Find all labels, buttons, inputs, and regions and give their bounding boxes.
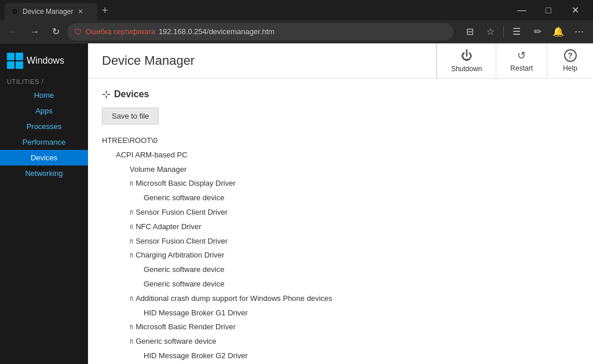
toolbar-icons: ⊟ ☆ ☰ ✏ 🔔 ⋯ [460,23,588,41]
page-title: Device Manager [88,44,436,78]
reading-view-icon[interactable]: ⊟ [460,23,479,41]
device-tree-item[interactable]: ACPI ARM-based PC [102,148,579,163]
maximize-button[interactable]: □ [535,0,562,20]
back-button[interactable]: ← [5,23,23,41]
sidebar-item-apps[interactable]: Apps [0,103,88,119]
sidebar-item-networking[interactable]: Networking [0,166,88,181]
device-tree-item[interactable]: Generic software device [102,191,579,205]
help-button[interactable]: ? Help [547,43,593,78]
device-tree-item[interactable]: HID Message Broker G2 Driver [102,349,579,363]
device-tree-item[interactable]: ñSensor Fusion Client Driver [102,234,579,249]
refresh-button[interactable]: ↻ [46,23,65,41]
device-tree-item[interactable]: ñMicrosoft Basic Render Driver [102,320,579,334]
shutdown-label: Shutdown [451,65,482,73]
content-header: Device Manager ⏻ Shutdown ↺ Restart ? He… [88,43,593,79]
help-icon: ? [564,49,577,62]
url-text: 192.168.0.254/devicemanager.htm [159,27,274,36]
cert-error-icon: 🛡 [74,27,82,36]
device-tree-item[interactable]: ñAdditional crash dump support for Windo… [102,292,579,306]
sidebar-item-performance[interactable]: Performance [0,134,88,150]
tab-title: Device Manager [23,8,73,16]
device-tree-item[interactable]: ñSensor Fusion Client Driver [102,205,579,220]
restart-button[interactable]: ↺ Restart [496,43,547,78]
device-tree-item[interactable]: HTREE\ROOT\0 [102,134,579,148]
close-button[interactable]: ✕ [562,0,588,20]
shutdown-icon: ⏻ [461,49,473,62]
section-title: Devices [114,89,149,100]
tab-bar: ⚙ Device Manager ✕ + — □ ✕ [0,0,593,20]
section-header: ⊹ Devices [102,88,579,101]
shutdown-button[interactable]: ⏻ Shutdown [437,43,496,78]
hub-icon[interactable]: ☰ [507,23,526,41]
main-container: Windows UTILITIES / Home Apps Processes … [0,43,593,364]
address-field[interactable]: 🛡 Ошибка сертификата 192.168.0.254/devic… [67,23,453,41]
separator [503,26,504,38]
restart-label: Restart [510,64,533,72]
device-tree-item[interactable]: ñCharging Arbitration Driver [102,248,579,263]
tab-close-button[interactable]: ✕ [78,8,83,16]
device-tree-item[interactable]: HID Message Broker G1 Driver [102,306,579,321]
new-tab-button[interactable]: + [102,5,108,16]
favorites-icon[interactable]: ☆ [481,23,500,41]
device-tree: HTREE\ROOT\0ACPI ARM-based PCVolume Mana… [102,134,579,364]
device-tree-item[interactable]: ñGeneric software device [102,334,579,349]
device-tree-item[interactable]: ñMicrosoft Basic Display Driver [102,177,579,191]
notes-icon[interactable]: ✏ [528,23,547,41]
content-body: ⊹ Devices Save to file HTREE\ROOT\0ACPI … [88,79,593,364]
device-tree-item[interactable]: Generic software device [102,277,579,292]
sidebar-logo: Windows [0,48,88,76]
address-bar: ← → ↻ 🛡 Ошибка сертификата 192.168.0.254… [0,20,593,43]
sidebar-item-home[interactable]: Home [0,87,88,103]
header-actions: ⏻ Shutdown ↺ Restart ? Help [436,43,593,78]
devices-section-icon: ⊹ [102,88,111,101]
device-tree-item[interactable]: Generic software device [102,263,579,277]
cert-error-text: Ошибка сертификата [86,28,155,36]
active-tab[interactable]: ⚙ Device Manager ✕ [5,3,97,20]
browser-chrome: ⚙ Device Manager ✕ + — □ ✕ ← → ↻ 🛡 Ошибк… [0,0,593,43]
sidebar-item-devices[interactable]: Devices [0,150,88,166]
device-tree-item[interactable]: Volume Manager [102,163,579,177]
more-icon[interactable]: ⋯ [570,23,588,41]
tab-favicon: ⚙ [12,8,18,16]
sidebar: Windows UTILITIES / Home Apps Processes … [0,43,88,364]
minimize-button[interactable]: — [508,0,535,20]
windows-logo-icon [7,53,23,69]
restart-icon: ↺ [517,49,526,62]
device-tree-item[interactable]: ñNFC Adapter Driver [102,220,579,234]
save-to-file-button[interactable]: Save to file [102,108,159,124]
help-label: Help [563,64,577,72]
window-controls: — □ ✕ [508,0,588,20]
content-area: Device Manager ⏻ Shutdown ↺ Restart ? He… [88,43,593,364]
utilities-label: UTILITIES / [0,76,88,87]
forward-button[interactable]: → [25,23,44,41]
windows-label: Windows [27,56,64,66]
notifications-icon[interactable]: 🔔 [549,23,568,41]
sidebar-item-processes[interactable]: Processes [0,119,88,134]
